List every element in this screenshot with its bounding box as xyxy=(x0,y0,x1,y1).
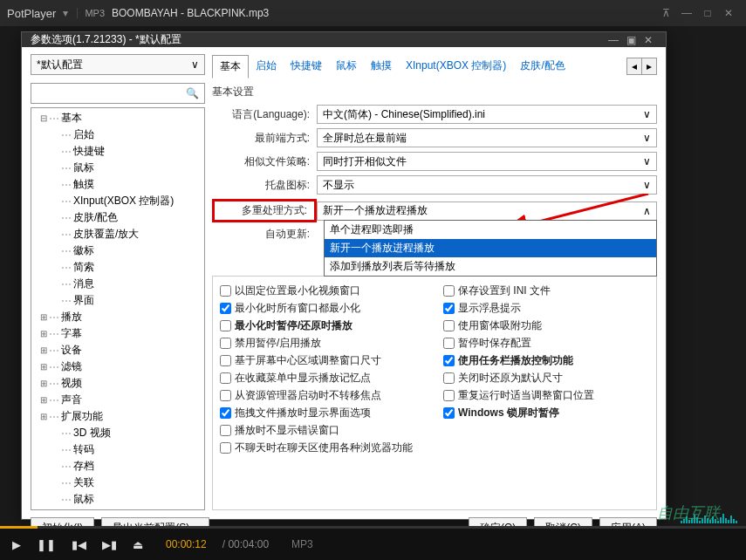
tree-item[interactable]: ⋯触摸 xyxy=(31,176,204,193)
chevron-down-icon: ∨ xyxy=(643,108,651,120)
option-checkbox[interactable]: 使用任务栏播放控制功能 xyxy=(443,353,649,368)
config-profile-combo[interactable]: *默认配置 ∨ xyxy=(31,54,205,75)
option-checkbox[interactable]: 不聊天时在聊天区使用各种浏览器功能 xyxy=(220,440,649,455)
dialog-minimize-icon[interactable]: — xyxy=(605,34,622,46)
dropdown-icon[interactable]: ▾ xyxy=(63,7,68,19)
tree-item[interactable]: ⋯简索 xyxy=(31,259,204,276)
config-profile-value: *默认配置 xyxy=(37,58,83,72)
option-checkbox[interactable]: 显示浮悬提示 xyxy=(443,301,649,316)
prev-button[interactable]: ▮◀ xyxy=(72,538,86,551)
similar-label: 相似文件策略: xyxy=(212,154,317,169)
eject-button[interactable]: ⏏ xyxy=(133,538,143,551)
tray-label: 托盘图标: xyxy=(212,178,317,193)
tree-item[interactable]: ⋯皮肤/配色 xyxy=(31,209,204,226)
language-combo[interactable]: 中文(简体) - Chinese(Simplified).ini∨ xyxy=(317,105,657,124)
tree-item[interactable]: ⊞⋯视频 xyxy=(31,375,204,392)
options-grid: 以固定位置最小化视频窗口保存设置到 INI 文件最小化时所有窗口都最小化显示浮悬… xyxy=(212,276,657,510)
option-checkbox[interactable]: 最小化时所有窗口都最小化 xyxy=(220,301,426,316)
tab-scroll-left[interactable]: ◂ xyxy=(626,58,642,75)
chevron-up-icon: ∧ xyxy=(643,205,651,217)
option-checkbox[interactable]: 在收藏菜单中显示播放记忆点 xyxy=(220,371,426,386)
multi-option[interactable]: 新开一个播放进程播放 xyxy=(325,239,656,257)
tree-item[interactable]: ⋯转码 xyxy=(31,441,204,458)
tree-item[interactable]: ⋯徽标 xyxy=(31,242,204,259)
tree-item[interactable]: ⋯消息 xyxy=(31,276,204,292)
multi-combo[interactable]: 新开一个播放进程播放∧ xyxy=(317,201,657,221)
tree-item[interactable]: ⋯3D 视频 xyxy=(31,425,204,441)
search-input[interactable]: 🔍 xyxy=(31,83,205,104)
tree-item[interactable]: ⋯存档 xyxy=(31,458,204,475)
tab-2[interactable]: 快捷键 xyxy=(284,55,329,77)
next-button[interactable]: ▶▮ xyxy=(102,538,117,551)
multi-label: 多重处理方式: xyxy=(212,199,317,222)
category-tree[interactable]: ⊟⋯基本⋯启始⋯快捷键⋯鼠标⋯触摸⋯XInput(XBOX 控制器)⋯皮肤/配色… xyxy=(31,107,205,510)
tree-item[interactable]: ⋯皮肤覆盖/放大 xyxy=(31,226,204,242)
tree-item[interactable]: ⋯界面 xyxy=(31,292,204,309)
chevron-down-icon: ∨ xyxy=(643,155,651,167)
chevron-down-icon: ∨ xyxy=(191,58,199,71)
tree-item[interactable]: ⋯XInput(XBOX 控制器) xyxy=(31,193,204,209)
tree-item[interactable]: ⋯启始 xyxy=(31,126,204,143)
option-checkbox[interactable]: 拖拽文件播放时显示界面选项 xyxy=(220,406,426,420)
format-label: MP3 xyxy=(77,8,105,18)
front-label: 最前端方式: xyxy=(212,131,317,146)
tree-item[interactable]: ⊞⋯扩展功能 xyxy=(31,408,204,425)
similar-combo[interactable]: 同时打开相似文件∨ xyxy=(317,152,657,171)
pin-icon[interactable]: ⊼ xyxy=(655,7,676,19)
tree-item[interactable]: ⊞⋯滤镜 xyxy=(31,359,204,375)
tree-item[interactable]: ⋯鼠标 xyxy=(31,491,204,508)
front-combo[interactable]: 全屏时总在最前端∨ xyxy=(317,128,657,147)
preferences-dialog: 参数选项(1.7.21233) - *默认配置 — ▣ ✕ *默认配置 ∨ 基本… xyxy=(21,31,667,520)
maximize-icon[interactable]: □ xyxy=(697,7,718,19)
search-icon: 🔍 xyxy=(186,87,199,99)
option-checkbox[interactable]: 播放时不显示错误窗口 xyxy=(220,423,426,438)
chevron-down-icon: ∨ xyxy=(643,179,651,191)
dialog-title: 参数选项(1.7.21233) - *默认配置 xyxy=(31,32,181,47)
tree-item[interactable]: ⋯关联 xyxy=(31,475,204,491)
tab-3[interactable]: 鼠标 xyxy=(329,55,364,77)
tab-4[interactable]: 触摸 xyxy=(364,55,399,77)
tree-item[interactable]: ⊞⋯字幕 xyxy=(31,325,204,342)
tray-combo[interactable]: 不显示∨ xyxy=(317,175,657,195)
option-checkbox[interactable]: 保存设置到 INI 文件 xyxy=(443,283,649,298)
tab-scroll-right[interactable]: ▸ xyxy=(641,58,657,75)
option-checkbox[interactable]: 最小化时暂停/还原时播放 xyxy=(220,318,426,333)
tab-6[interactable]: 皮肤/配色 xyxy=(513,55,571,77)
option-checkbox[interactable]: Windows 锁屏时暂停 xyxy=(443,406,649,420)
dialog-pin-icon[interactable]: ▣ xyxy=(622,34,640,46)
group-title: 基本设置 xyxy=(212,83,657,105)
minimize-icon[interactable]: — xyxy=(676,7,697,19)
tree-item[interactable]: ⋯快捷键 xyxy=(31,143,204,160)
multi-option[interactable]: 单个进程即选即播 xyxy=(325,221,656,239)
option-checkbox[interactable]: 基于屏幕中心区域调整窗口尺寸 xyxy=(220,353,426,368)
tree-item[interactable]: ⋯鼠标 xyxy=(31,160,204,176)
duration: / 00:04:00 xyxy=(222,538,269,550)
option-checkbox[interactable]: 使用窗体吸附功能 xyxy=(443,318,649,333)
option-checkbox[interactable]: 关闭时还原为默认尺寸 xyxy=(443,371,649,386)
tree-item[interactable]: ⊞⋯声音 xyxy=(31,392,204,408)
option-checkbox[interactable]: 从资源管理器启动时不转移焦点 xyxy=(220,388,426,403)
play-button[interactable]: ▶ xyxy=(12,538,21,551)
multi-dropdown[interactable]: 单个进程即选即播新开一个播放进程播放添加到播放列表后等待播放 xyxy=(324,220,657,277)
visualizer xyxy=(681,508,737,523)
dialog-close-icon[interactable]: ✕ xyxy=(640,34,657,46)
app-name: PotPlayer xyxy=(7,7,56,20)
tab-1[interactable]: 启始 xyxy=(249,55,284,77)
tab-0[interactable]: 基本 xyxy=(212,55,249,79)
tree-item[interactable]: ⊞⋯播放 xyxy=(31,309,204,325)
tree-item[interactable]: ⊟⋯基本 xyxy=(31,110,204,126)
play-format: MP3 xyxy=(291,538,313,550)
pause-button[interactable]: ❚❚ xyxy=(37,538,56,551)
option-checkbox[interactable]: 以固定位置最小化视频窗口 xyxy=(220,283,426,298)
tree-item[interactable]: ⊞⋯设备 xyxy=(31,342,204,359)
option-checkbox[interactable]: 禁用暂停/启用播放 xyxy=(220,336,426,351)
language-label: 语言(Language): xyxy=(212,107,317,122)
option-checkbox[interactable]: 暂停时保存配置 xyxy=(443,336,649,351)
tab-bar: 基本启始快捷键鼠标触摸XInput(XBOX 控制器)皮肤/配色 ◂ ▸ xyxy=(212,54,657,78)
update-label: 自动更新: xyxy=(212,227,317,242)
multi-option[interactable]: 添加到播放列表后等待播放 xyxy=(325,257,656,276)
option-checkbox[interactable]: 重复运行时适当调整窗口位置 xyxy=(443,388,649,403)
file-name: BOOMBAYAH - BLACKPINK.mp3 xyxy=(112,7,269,19)
tab-5[interactable]: XInput(XBOX 控制器) xyxy=(399,55,513,77)
close-icon[interactable]: ✕ xyxy=(718,7,739,19)
